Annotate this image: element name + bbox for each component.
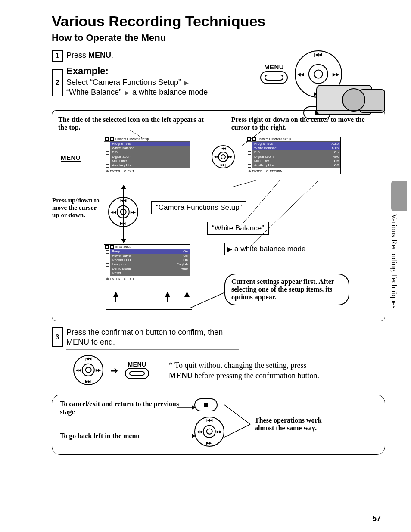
example-heading: Example: (66, 65, 256, 78)
next-track-icon: ▶▶| (85, 380, 91, 383)
step-number-3: 3 (52, 327, 63, 347)
menu-item: Record LEDOn (110, 258, 190, 262)
tip-right: These operations work almost the same wa… (255, 417, 341, 432)
next-track-icon: ▶▶| (206, 441, 212, 445)
arrow-to-joystick-left (177, 434, 196, 438)
svg-line-3 (233, 180, 259, 205)
menu-item: Digital Zoom (110, 155, 190, 159)
side-tab-text: Various Recording Techniques (389, 214, 399, 308)
arrow-to-stop (177, 405, 196, 410)
step2-line2a: “White Balance” (66, 88, 121, 96)
step1-pre: Press (66, 51, 88, 59)
screen-icon-column (104, 142, 110, 168)
svg-line-14 (190, 292, 227, 308)
joystick-graphic-small: |◀◀ ▶▶| ◀◀ ▶▶ (212, 145, 235, 168)
step-number-1: 1 (52, 50, 63, 62)
menu-item: Digital Zoom40x (252, 155, 340, 159)
side-tab: Various Recording Techniques (389, 181, 407, 308)
step-3-body: Press the confirmation button to confirm… (66, 327, 239, 350)
menu-item: MIC.FilterOff (252, 159, 340, 163)
tab-icon (105, 137, 109, 141)
step1-post: . (111, 51, 113, 59)
tab-icon (105, 245, 109, 249)
svg-line-20 (224, 424, 250, 437)
controls-illustration: MENU |◀◀ ▶▶| ◀◀ ▶▶ (256, 50, 385, 103)
rewind-icon: ◀◀ (111, 210, 116, 214)
page-number: 57 (372, 514, 381, 523)
menu-label-diagram: MENU (61, 154, 81, 162)
step-1: 1 Press MENU. (52, 50, 256, 62)
menu-item: Reset (110, 271, 190, 275)
rewind-icon: ◀◀ (76, 368, 81, 372)
menu-item: Program AE (110, 142, 190, 146)
menu-item: BeepOn (110, 249, 190, 254)
footer-exit: EXIT (124, 277, 134, 281)
menu-screen-3: Initial Setup BeepOn Power SaveOff Recor… (104, 244, 190, 282)
menu-item: EISOn (252, 150, 340, 155)
step-2-body: Example: Select “Camera Functions Setup”… (66, 65, 256, 100)
joystick-graphic: |◀◀ ▶▶| ◀◀ ▶▶ (194, 417, 224, 447)
bracket (106, 302, 192, 310)
rewind-icon: ◀◀ (214, 155, 218, 159)
step1-bold: MENU (88, 51, 111, 59)
footer-enter: ENTER (248, 169, 262, 173)
callout-camera-functions: “Camera Functions Setup” (151, 201, 246, 214)
diagram-note-right: Press right or down on the center to mov… (231, 116, 379, 131)
svg-marker-2 (121, 239, 126, 243)
svg-marker-1 (121, 185, 126, 189)
diagram-box: The title of the selected icon on the le… (52, 110, 385, 321)
menu-item: Auxiliary Line (110, 163, 190, 168)
menu-item: Power SaveOff (110, 254, 190, 258)
quit-note: * To quit without changing the setting, … (169, 361, 328, 381)
step2-line1: Select “Camera Functions Setup” (66, 78, 181, 87)
footer-exit: EXIT (124, 169, 134, 173)
tip-back: To go back left in the menu (60, 432, 181, 440)
triangle-icon: ▶ (125, 89, 129, 96)
footer-enter: ENTER (106, 169, 120, 173)
menu-item: White Balance (110, 146, 190, 150)
bottom-tips-box: To cancel/exit and return to the previou… (52, 395, 385, 455)
prev-track-icon: |◀◀ (85, 357, 91, 361)
ff-icon: ▶▶ (217, 429, 222, 433)
connector-line-right (242, 130, 268, 147)
diagram-note-left: The title of the selected icon on the le… (58, 116, 206, 131)
rewind-icon: ◀◀ (297, 72, 304, 77)
tab-icon (110, 245, 114, 249)
svg-line-5 (250, 180, 319, 246)
connector-lines (233, 180, 354, 266)
tab-icon (110, 137, 114, 141)
prev-track-icon: |◀◀ (314, 52, 323, 57)
ff-icon: ▶▶ (131, 210, 136, 214)
bubble-connector (190, 292, 229, 309)
svg-marker-16 (192, 405, 196, 410)
menu-item: Auxiliary LineOff (252, 163, 340, 168)
menu-screen-1: Camera Functions Setup Program AE White … (104, 137, 190, 174)
svg-line-7 (242, 130, 263, 146)
settings-bubble: Current settings appear first. After sel… (224, 274, 349, 305)
triangle-icon: ▶ (184, 79, 189, 86)
page-subtitle: How to Operate the Menu (52, 32, 385, 44)
step2-line2b: a white balance mode (132, 88, 208, 96)
menu-item: Demo ModeAuto (110, 267, 190, 271)
prev-track-icon: |◀◀ (221, 147, 226, 150)
connector-line-left (130, 130, 147, 139)
ff-icon: ▶▶ (228, 155, 232, 159)
up-arrows (112, 292, 193, 302)
rewind-icon: ◀◀ (197, 429, 202, 433)
menu-item: MIC.Filter (110, 159, 190, 163)
bracket-right (224, 403, 259, 446)
page-title: Various Recording Techniques (52, 13, 385, 30)
tip-cancel: To cancel/exit and return to the previou… (60, 400, 181, 416)
ff-icon: ▶▶ (96, 368, 101, 372)
ff-icon: ▶▶ (333, 72, 339, 77)
step-3: 3 Press the confirmation button to confi… (52, 327, 385, 350)
menu-label-top: MENU (263, 63, 285, 71)
footer-enter: ENTER (106, 277, 120, 281)
screen-icon-column (104, 249, 110, 276)
step-2: 2 Example: Select “Camera Functions Setu… (52, 65, 256, 100)
svg-line-4 (242, 180, 280, 225)
menu-button-graphic (125, 368, 149, 379)
menu-item: LanguageEnglish (110, 262, 190, 267)
left-note: Press up/down to move the cursor up or d… (52, 197, 104, 219)
screen3-title: Initial Setup (115, 245, 131, 248)
